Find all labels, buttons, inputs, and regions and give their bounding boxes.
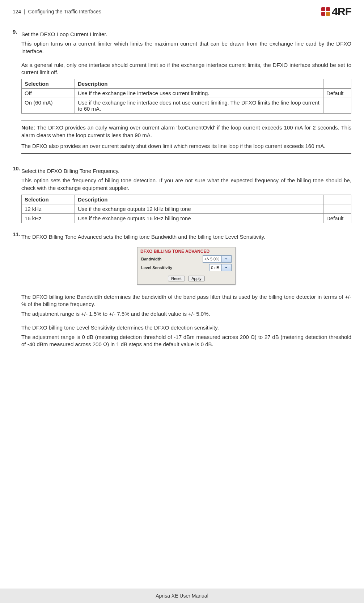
step-number: 10.: [13, 165, 21, 230]
chevron-down-icon: [221, 264, 231, 271]
table-cell: Default: [323, 213, 351, 223]
table-row: Off Use if the exchange line interface u…: [22, 89, 351, 98]
table-row: Selection Description: [22, 79, 351, 89]
table-header: Description: [75, 195, 323, 204]
paragraph: The adjustment range is +/- 1.5% to +/- …: [21, 310, 351, 318]
note-label: Note:: [21, 124, 35, 131]
header-left: 124 | Configuring the Traffic Interfaces: [13, 9, 101, 14]
table-header: Selection: [22, 79, 75, 89]
step-9: 9. Set the DFXO Loop Current Limiter. Th…: [21, 29, 351, 164]
table-header: [323, 79, 351, 89]
paragraph: The adjustment range is 0 dB (metering d…: [21, 334, 351, 348]
note-box: Note: The DFXO provides an early warning…: [21, 120, 351, 154]
table-row: 16 kHz Use if the exchange outputs 16 kH…: [22, 213, 351, 223]
step-number: 11.: [13, 231, 21, 355]
selection-table: Selection Description Off Use if the exc…: [21, 79, 351, 114]
table-row: On (60 mA) Use if the exchange line inte…: [22, 98, 351, 114]
note-paragraph: The DFXO also provides an over current s…: [21, 143, 351, 150]
paragraph: As a general rule, only one interface sh…: [21, 61, 351, 76]
step-10: 10. Select the DFXO Billing Tone Frequen…: [21, 165, 351, 230]
table-row: Selection Description: [22, 195, 351, 204]
widget-title: DFXO BILLING TONE ADVANCED: [137, 247, 235, 255]
table-cell: Off: [22, 89, 75, 98]
header-section: Configuring the Traffic Interfaces: [28, 9, 101, 14]
table-cell: 16 kHz: [22, 213, 75, 223]
brand-logo: 4RF: [321, 5, 351, 18]
paragraph: This option sets the frequency of billin…: [21, 177, 351, 192]
table-cell: On (60 mA): [22, 98, 75, 114]
step-title: The DFXO Billing Tone Advanced sets the …: [21, 233, 351, 241]
dfxo-billing-widget: DFXO BILLING TONE ADVANCED Bandwidth +/-…: [137, 247, 236, 285]
paragraph: This option turns on a current limiter w…: [21, 40, 351, 55]
bandwidth-label: Bandwidth: [141, 257, 203, 261]
level-sensitivity-value: 0 dB: [209, 266, 221, 270]
bandwidth-value: +/- 5.0%: [203, 257, 221, 261]
table-cell: 12 kHz: [22, 204, 75, 213]
step-title: Set the DFXO Loop Current Limiter.: [21, 31, 351, 38]
header-sep: |: [24, 9, 25, 14]
reset-button[interactable]: Reset: [168, 276, 185, 281]
table-cell: Use if the exchange outputs 16 kHz billi…: [75, 213, 323, 223]
selection-table: Selection Description 12 kHz Use if the …: [21, 195, 351, 223]
table-header: Description: [75, 79, 323, 89]
table-header: [323, 195, 351, 204]
page-header: 124 | Configuring the Traffic Interfaces…: [13, 5, 351, 18]
bandwidth-select[interactable]: +/- 5.0%: [203, 255, 232, 263]
page-number: 124: [13, 9, 21, 14]
level-sensitivity-select[interactable]: 0 dB: [209, 264, 232, 271]
step-11: 11. The DFXO Billing Tone Advanced sets …: [21, 231, 351, 355]
logo-dots-icon: [321, 7, 330, 16]
widget-buttons: Reset Apply: [137, 272, 235, 284]
table-cell: Use if the exchange line interface uses …: [75, 89, 323, 98]
table-cell: [323, 98, 351, 114]
logo-text: 4RF: [332, 5, 351, 18]
note-paragraph: Note: The DFXO provides an early warning…: [21, 124, 351, 139]
chevron-down-icon: [221, 256, 231, 262]
widget-row-level: Level Sensitivity 0 dB: [137, 263, 235, 272]
table-cell: [323, 204, 351, 213]
table-cell: Use if the exchange line interface does …: [75, 98, 323, 114]
table-header: Selection: [22, 195, 75, 204]
widget-row-bandwidth: Bandwidth +/- 5.0%: [137, 255, 235, 263]
table-cell: Default: [323, 89, 351, 98]
note-text: The DFXO provides an early warning over …: [21, 124, 351, 138]
table-row: 12 kHz Use if the exchange outputs 12 kH…: [22, 204, 351, 213]
step-number: 9.: [13, 29, 21, 164]
paragraph: The DFXO billing tone Bandwidth determin…: [21, 293, 351, 308]
step-title: Select the DFXO Billing Tone Frequency.: [21, 167, 351, 175]
paragraph: The DFXO billing tone Level Sensitivity …: [21, 324, 351, 331]
level-sensitivity-label: Level Sensitivity: [141, 266, 209, 270]
apply-button[interactable]: Apply: [188, 276, 205, 281]
table-cell: Use if the exchange outputs 12 kHz billi…: [75, 204, 323, 213]
